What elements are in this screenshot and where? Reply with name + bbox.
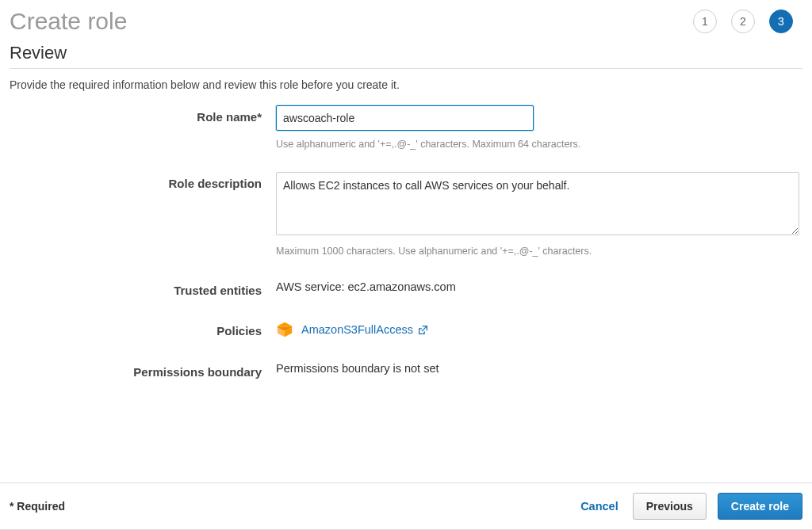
required-note: * Required: [10, 500, 65, 513]
create-role-button[interactable]: Create role: [718, 493, 802, 520]
trusted-entities-label: Trusted entities: [10, 279, 262, 297]
permissions-boundary-value: Permissions boundary is not set: [276, 360, 799, 375]
role-name-row: Role name* Use alphanumeric and '+=,.@-_…: [10, 105, 802, 150]
external-link-icon: [418, 325, 428, 335]
trusted-entities-value: AWS service: ec2.amazonaws.com: [276, 279, 799, 293]
footer-actions: Cancel Previous Create role: [577, 493, 802, 520]
policy-link[interactable]: AmazonS3FullAccess: [301, 323, 428, 336]
step-1[interactable]: 1: [693, 10, 717, 33]
role-description-hint: Maximum 1000 characters. Use alphanumeri…: [276, 246, 799, 257]
permissions-boundary-label: Permissions boundary: [10, 360, 262, 379]
step-3[interactable]: 3: [769, 10, 793, 33]
previous-button[interactable]: Previous: [633, 493, 707, 520]
policies-row: Policies AmazonS3FullAccess: [10, 319, 802, 338]
policies-label: Policies: [10, 319, 262, 337]
trusted-entities-row: Trusted entities AWS service: ec2.amazon…: [10, 279, 802, 297]
header: Create role 1 2 3: [0, 0, 812, 38]
role-name-label: Role name*: [10, 105, 262, 124]
footer: * Required Cancel Previous Create role: [0, 482, 812, 530]
role-description-label: Role description: [10, 172, 262, 190]
cancel-button[interactable]: Cancel: [577, 495, 622, 517]
step-2[interactable]: 2: [731, 10, 755, 33]
form: Role name* Use alphanumeric and '+=,.@-_…: [0, 97, 812, 409]
role-description-row: Role description Maximum 1000 characters…: [10, 172, 802, 257]
section-title: Review: [0, 38, 812, 68]
policy-box-icon: [276, 321, 293, 338]
intro-text: Provide the required information below a…: [0, 69, 812, 97]
policy-name: AmazonS3FullAccess: [301, 323, 413, 336]
page-title: Create role: [10, 8, 127, 35]
permissions-boundary-row: Permissions boundary Permissions boundar…: [10, 360, 802, 379]
role-name-hint: Use alphanumeric and '+=,.@-_' character…: [276, 139, 799, 150]
role-description-input[interactable]: [276, 172, 799, 235]
role-name-input[interactable]: [276, 105, 534, 131]
wizard-steps: 1 2 3: [693, 10, 802, 33]
